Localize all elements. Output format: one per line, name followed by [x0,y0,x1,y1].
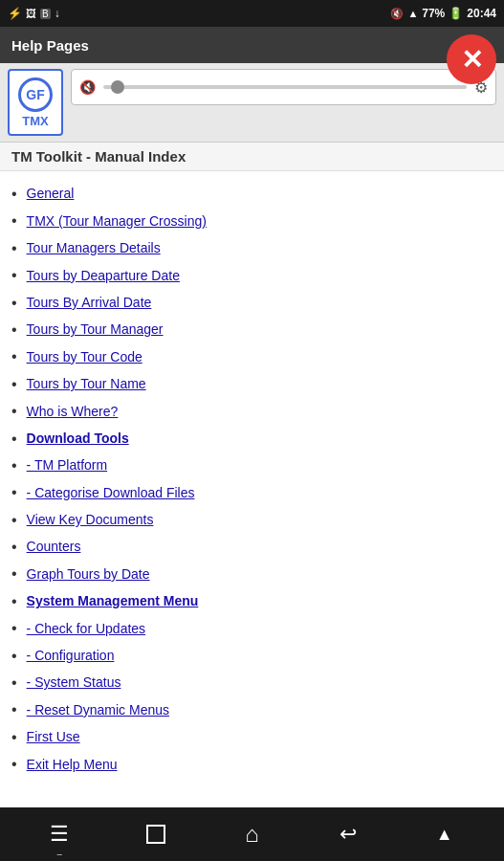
status-bar: ⚡ 🖼 B ↓ 🔇 ▲ 77% 🔋 20:44 [0,0,504,27]
menu-link-tours-departure[interactable]: Tours by Deaparture Date [27,267,180,286]
menu-link-first-use[interactable]: First Use [27,728,80,747]
up-button[interactable]: ▲ [422,811,468,857]
menu-link-general[interactable]: General [27,185,75,204]
menu-item-who-is-where[interactable]: Who is Where? [11,398,493,425]
menu-link-graph-tours[interactable]: Graph Tours by Date [27,565,150,585]
mute-icon: 🔇 [390,8,404,20]
menu-item-tours-arrival[interactable]: Tours By Arrival Date [11,290,493,317]
status-icons-left: ⚡ 🖼 B ↓ [8,7,60,20]
menu-link-download-tools[interactable]: Download Tools [27,430,129,449]
image-icon: 🖼 [26,8,36,19]
menu-item-first-use[interactable]: First Use [11,724,493,751]
home-icon: ⌂ [245,821,259,848]
menu-link-tours-code[interactable]: Tours by Tour Code [27,348,142,367]
menu-link-tm-platform[interactable]: - TM Platform [27,456,108,475]
menu-item-general[interactable]: General [11,181,493,208]
menu-item-view-key-documents[interactable]: View Key Documents [11,507,493,534]
volume-slider[interactable] [103,85,467,89]
status-info-right: 🔇 ▲ 77% 🔋 20:44 [390,7,496,20]
page-title: TM Toolkit - Manual Index [0,143,504,171]
menu-link-tmx-crossing[interactable]: TMX (Tour Manager Crossing) [27,212,207,232]
menu-item-exit-help-menu[interactable]: Exit Help Menu [11,751,493,778]
menu-item-tour-managers-details[interactable]: Tour Managers Details [11,235,493,262]
search-mute-icon: 🔇 [79,79,96,95]
help-pages-title: Help Pages [11,37,89,54]
back-icon: ↩ [340,822,357,847]
tmx-logo: GF TMX [8,69,63,136]
tmx-logo-circle: GF [18,77,53,112]
menu-icon: ☰ [50,822,69,847]
menu-link-tours-name[interactable]: Tours by Tour Name [27,375,146,394]
help-pages-bar: Help Pages [0,27,504,63]
close-icon: ✕ [461,44,483,76]
up-icon: ▲ [436,825,453,845]
menu-link-exit-help-menu[interactable]: Exit Help Menu [27,756,118,775]
menu-item-configuration[interactable]: - Configuration [11,643,493,670]
close-button[interactable]: ✕ [447,34,496,84]
tmx-logo-text: TMX [22,114,48,128]
menu-item-system-management-menu[interactable]: System Management Menu [11,588,493,615]
menu-link-system-status[interactable]: - System Status [27,673,121,693]
time-display: 20:44 [467,7,496,20]
recent-apps-button[interactable] [133,811,179,857]
menu-item-tours-name[interactable]: Tours by Tour Name [11,371,493,398]
menu-content: GeneralTMX (Tour Manager Crossing)Tour M… [0,171,504,805]
menu-item-tours-manager[interactable]: Tours by Tour Manager [11,317,493,343]
menu-link-reset-dynamic-menus[interactable]: - Reset Dynamic Menus [27,701,169,720]
tmx-right-panel: 🔇 ⚙ [71,69,496,105]
download-icon: ↓ [55,7,60,20]
menu-item-tm-platform[interactable]: - TM Platform [11,453,493,479]
menu-item-graph-tours[interactable]: Graph Tours by Date [11,561,493,587]
battery-icon: 🔋 [449,7,463,20]
menu-link-who-is-where[interactable]: Who is Where? [27,403,119,422]
menu-item-reset-dynamic-menus[interactable]: - Reset Dynamic Menus [11,696,493,723]
menu-item-tmx-crossing[interactable]: TMX (Tour Manager Crossing) [11,208,493,234]
menu-link-counters[interactable]: Counters [27,538,81,557]
home-button[interactable]: ⌂ [229,811,274,857]
slider-thumb [111,80,124,94]
menu-button[interactable]: ☰ _ [36,811,82,857]
tmx-header: GF TMX 🔇 ⚙ ✕ [0,63,504,143]
menu-item-categorise-download[interactable]: - Categorise Download Files [11,479,493,506]
wifi-icon: ▲ [407,8,418,19]
menu-link-categorise-download[interactable]: - Categorise Download Files [27,484,195,503]
bottom-nav: ☰ _ ⌂ ↩ ▲ [0,807,504,861]
menu-item-tours-code[interactable]: Tours by Tour Code [11,343,493,370]
menu-link-tours-manager[interactable]: Tours by Tour Manager [27,320,164,340]
tmx-logo-inner: GF [26,87,44,102]
menu-link-tour-managers-details[interactable]: Tour Managers Details [27,239,161,258]
battery-percent: 77% [422,7,445,20]
menu-item-download-tools[interactable]: Download Tools [11,426,493,453]
usb-icon: ⚡ [8,7,22,20]
menu-item-check-updates[interactable]: - Check for Updates [11,615,493,642]
menu-link-system-management-menu[interactable]: System Management Menu [27,592,199,611]
menu-link-configuration[interactable]: - Configuration [27,647,115,666]
menu-link-tours-arrival[interactable]: Tours By Arrival Date [27,294,152,313]
android-icon: B [40,9,51,19]
menu-list: GeneralTMX (Tour Manager Crossing)Tour M… [11,181,493,779]
menu-link-view-key-documents[interactable]: View Key Documents [27,511,154,530]
square-icon [146,825,165,844]
menu-item-counters[interactable]: Counters [11,534,493,561]
menu-item-system-status[interactable]: - System Status [11,670,493,696]
search-bar[interactable]: 🔇 ⚙ [71,69,496,105]
menu-link-check-updates[interactable]: - Check for Updates [27,620,146,639]
menu-item-tours-departure[interactable]: Tours by Deaparture Date [11,262,493,289]
back-button[interactable]: ↩ [325,811,371,857]
